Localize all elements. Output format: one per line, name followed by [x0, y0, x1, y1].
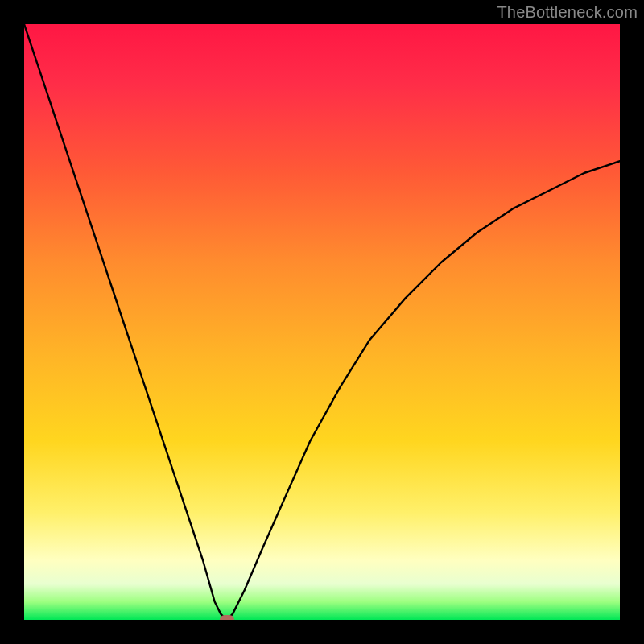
watermark-text: TheBottleneck.com	[497, 3, 638, 22]
minimum-marker	[220, 615, 234, 620]
chart-frame: TheBottleneck.com	[0, 0, 644, 644]
bottleneck-curve	[24, 24, 620, 620]
curve-svg	[24, 24, 620, 620]
plot-area	[24, 24, 620, 620]
